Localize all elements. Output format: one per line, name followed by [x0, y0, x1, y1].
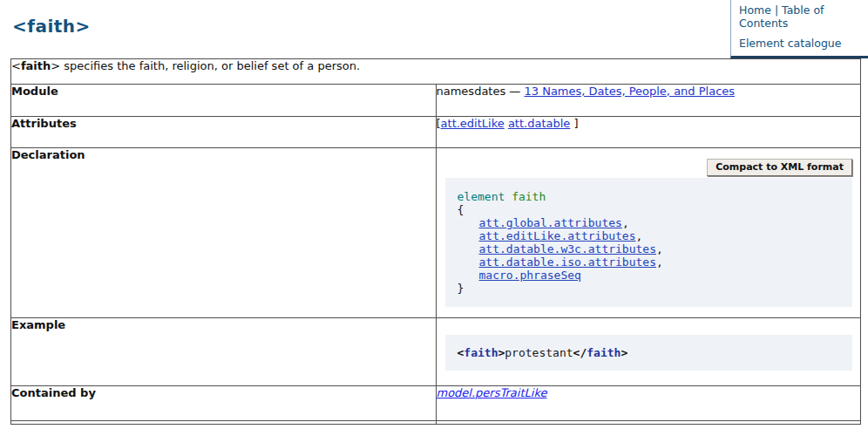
- nav-row-1: Home | Table of Contents: [739, 4, 865, 31]
- description-gt: >: [51, 59, 60, 72]
- description-row: <faith> specifies the faith, religion, o…: [11, 59, 861, 85]
- declaration-close-brace: }: [458, 282, 841, 295]
- description-tag-name: faith: [21, 59, 51, 72]
- module-name: namesdates —: [437, 85, 525, 98]
- attributes-close-bracket: ]: [570, 117, 578, 130]
- rng-keyword: element: [458, 190, 505, 203]
- example-content-text: protestant: [505, 346, 573, 359]
- att-datable-link[interactable]: att.datable: [508, 117, 570, 130]
- description-cell: <faith> specifies the faith, religion, o…: [11, 59, 861, 85]
- element-catalogue-link[interactable]: Element catalogue: [739, 37, 842, 50]
- comma: ,: [622, 216, 629, 229]
- module-row-label: Module: [11, 85, 437, 117]
- module-row: Module namesdates — 13 Names, Dates, Peo…: [11, 85, 861, 117]
- attributes-row-label: Attributes: [11, 117, 437, 148]
- rng-element-name: faith: [512, 190, 546, 203]
- example-close-gt: >: [620, 346, 627, 359]
- description-text: specifies the faith, religion, or belief…: [60, 59, 360, 72]
- example-row: Example <faith>protestant</faith>: [11, 318, 861, 386]
- element-spec-table: <faith> specifies the faith, religion, o…: [10, 58, 861, 425]
- contained-by-row: Contained by model.persTraitLike: [11, 386, 861, 421]
- att-editlike-link[interactable]: att.editLike: [441, 117, 505, 130]
- example-value-cell: <faith>protestant</faith>: [436, 318, 861, 386]
- example-close-bracket: </: [573, 346, 587, 359]
- cutoff-row-label: [11, 421, 437, 425]
- page-title: <faith>: [12, 16, 91, 37]
- att-global-attributes-link[interactable]: att.global.attributes: [479, 216, 622, 229]
- declaration-button-row: Compact to XML format: [437, 159, 853, 176]
- declaration-line: att.datable.w3c.attributes,: [458, 242, 841, 255]
- example-code-block: <faith>protestant</faith>: [445, 335, 853, 371]
- cutoff-row: [11, 421, 861, 425]
- nav-row-2: Element catalogue: [739, 37, 865, 51]
- attributes-row: Attributes [att.editLike att.datable ]: [11, 117, 861, 148]
- model-perstraitlike-link[interactable]: model.persTraitLike: [437, 386, 547, 399]
- comma: ,: [656, 242, 663, 255]
- contained-by-row-label: Contained by: [11, 386, 437, 421]
- description-lt: <: [11, 59, 21, 72]
- declaration-line: att.datable.iso.attributes,: [458, 255, 841, 269]
- att-datable-w3c-attributes-link[interactable]: att.datable.w3c.attributes: [479, 242, 657, 255]
- home-link[interactable]: Home: [739, 3, 771, 17]
- declaration-open-brace: {: [458, 203, 841, 216]
- module-value-cell: namesdates — 13 Names, Dates, People, an…: [436, 85, 861, 117]
- module-chapter-link[interactable]: 13 Names, Dates, People, and Places: [525, 85, 736, 98]
- declaration-line: macro.phraseSeq: [458, 269, 841, 282]
- declaration-code-block: element faith { att.global.attributes, a…: [445, 178, 853, 307]
- macro-phraseseq-link[interactable]: macro.phraseSeq: [479, 269, 581, 282]
- example-open-tag-name: faith: [464, 346, 498, 359]
- attributes-value-cell: [att.editLike att.datable ]: [436, 117, 861, 148]
- att-datable-iso-attributes-link[interactable]: att.datable.iso.attributes: [479, 255, 657, 269]
- declaration-line-element: element faith: [458, 190, 841, 203]
- declaration-row-label: Declaration: [11, 148, 437, 318]
- contained-by-value-cell: model.persTraitLike: [436, 386, 861, 421]
- example-row-label: Example: [11, 318, 437, 386]
- att-editlike-attributes-link[interactable]: att.editLike.attributes: [479, 229, 636, 242]
- cutoff-row-cell: [436, 421, 861, 425]
- comma: ,: [636, 229, 643, 242]
- example-close-tag-name: faith: [587, 346, 620, 359]
- comma: ,: [656, 255, 663, 269]
- declaration-value-cell: Compact to XML format element faith { at…: [436, 148, 861, 318]
- compact-to-xml-button[interactable]: Compact to XML format: [707, 159, 852, 176]
- declaration-line: att.global.attributes,: [458, 216, 841, 229]
- nav-box: Home | Table of Contents Element catalog…: [730, 0, 868, 58]
- declaration-row: Declaration Compact to XML format elemen…: [11, 148, 861, 318]
- nav-separator: |: [771, 3, 782, 17]
- declaration-line: att.editLike.attributes,: [458, 229, 841, 242]
